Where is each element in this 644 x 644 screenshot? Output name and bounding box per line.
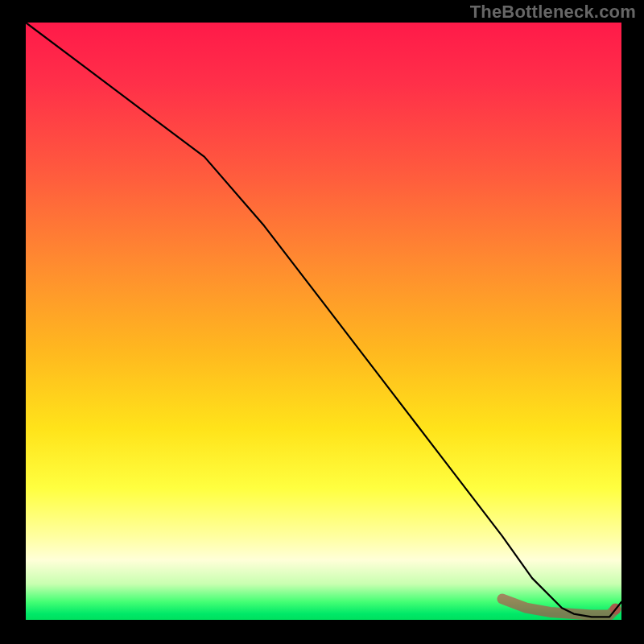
bottleneck-curve — [26, 23, 621, 617]
watermark-text: TheBottleneck.com — [470, 2, 636, 23]
chart-frame: TheBottleneck.com — [0, 0, 644, 644]
plot-area — [26, 23, 621, 620]
optimal-range-band — [502, 599, 616, 615]
chart-svg — [26, 23, 621, 620]
